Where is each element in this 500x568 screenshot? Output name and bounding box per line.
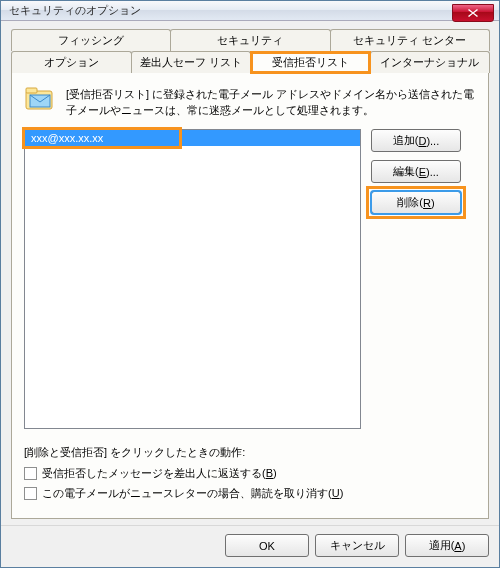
remove-button-highlight: 削除(R) (371, 191, 461, 214)
list-item[interactable]: xxx@xxx.xx.xx (25, 130, 360, 146)
tab-control: フィッシング セキュリティ セキュリティ センター オプション 差出人セーフ リ… (11, 29, 489, 519)
blocked-senders-listbox[interactable]: xxx@xxx.xx.xx (24, 129, 361, 429)
cancel-button[interactable]: キャンセル (315, 534, 399, 557)
security-options-window: セキュリティのオプション フィッシング セキュリティ セキュリティ センター オ… (0, 0, 500, 568)
option-bounce-row[interactable]: 受信拒否したメッセージを差出人に返送する(B) (24, 466, 476, 481)
tab-row-1: フィッシング セキュリティ セキュリティ センター (11, 29, 489, 51)
dialog-button-row: OK キャンセル 適用(A) (1, 525, 499, 567)
edit-button-accel: E (419, 166, 426, 178)
apply-button-accel: A (454, 540, 461, 552)
options-label: [削除と受信拒否] をクリックしたときの動作: (24, 445, 476, 460)
tab-phishing[interactable]: フィッシング (11, 29, 171, 51)
folder-icon (24, 85, 56, 113)
option-unsubscribe-checkbox[interactable] (24, 487, 37, 500)
description-text: [受信拒否リスト] に登録された電子メール アドレスやドメイン名から送信された電… (66, 85, 476, 119)
apply-button-suffix: ) (462, 540, 466, 552)
close-button[interactable] (452, 4, 494, 22)
titlebar: セキュリティのオプション (1, 1, 499, 21)
ok-button[interactable]: OK (225, 534, 309, 557)
apply-button[interactable]: 適用(A) (405, 534, 489, 557)
list-and-buttons: xxx@xxx.xx.xx 追加(D)... 編集(E)... 削除(R) (24, 129, 476, 429)
edit-button[interactable]: 編集(E)... (371, 160, 461, 183)
tab-blocked-senders[interactable]: 受信拒否リスト (250, 51, 371, 73)
add-button-label: 追加( (393, 133, 419, 148)
close-icon (468, 9, 478, 17)
tab-row-2: オプション 差出人セーフ リスト 受信拒否リスト インターナショナル (11, 51, 489, 73)
option-unsubscribe-row[interactable]: この電子メールがニュースレターの場合、購読を取り消す(U) (24, 486, 476, 501)
apply-button-label: 適用( (429, 538, 455, 553)
tab-options[interactable]: オプション (11, 51, 132, 73)
svg-rect-1 (26, 88, 37, 93)
remove-button[interactable]: 削除(R) (371, 191, 461, 214)
edit-button-suffix: )... (426, 166, 439, 178)
option-bounce-text: 受信拒否したメッセージを差出人に返送する(B) (42, 466, 277, 481)
option-unsubscribe-text: この電子メールがニュースレターの場合、購読を取り消す(U) (42, 486, 343, 501)
tab-security-center[interactable]: セキュリティ センター (330, 29, 490, 51)
remove-button-accel: R (423, 197, 431, 209)
window-title: セキュリティのオプション (9, 3, 141, 18)
tab-international[interactable]: インターナショナル (370, 51, 491, 73)
options-block: [削除と受信拒否] をクリックしたときの動作: 受信拒否したメッセージを差出人に… (24, 445, 476, 506)
dialog-body: フィッシング セキュリティ セキュリティ センター オプション 差出人セーフ リ… (1, 21, 499, 525)
add-button-accel: D (418, 135, 426, 147)
edit-button-label: 編集( (393, 164, 419, 179)
option-bounce-checkbox[interactable] (24, 467, 37, 480)
description-row: [受信拒否リスト] に登録された電子メール アドレスやドメイン名から送信された電… (24, 85, 476, 119)
button-column: 追加(D)... 編集(E)... 削除(R) (371, 129, 461, 429)
tab-security[interactable]: セキュリティ (170, 29, 330, 51)
add-button-suffix: )... (426, 135, 439, 147)
add-button[interactable]: 追加(D)... (371, 129, 461, 152)
remove-button-suffix: ) (431, 197, 435, 209)
tab-panel-blocked-senders: [受信拒否リスト] に登録された電子メール アドレスやドメイン名から送信された電… (11, 72, 489, 519)
remove-button-label: 削除( (397, 195, 423, 210)
tab-safe-senders[interactable]: 差出人セーフ リスト (131, 51, 252, 73)
